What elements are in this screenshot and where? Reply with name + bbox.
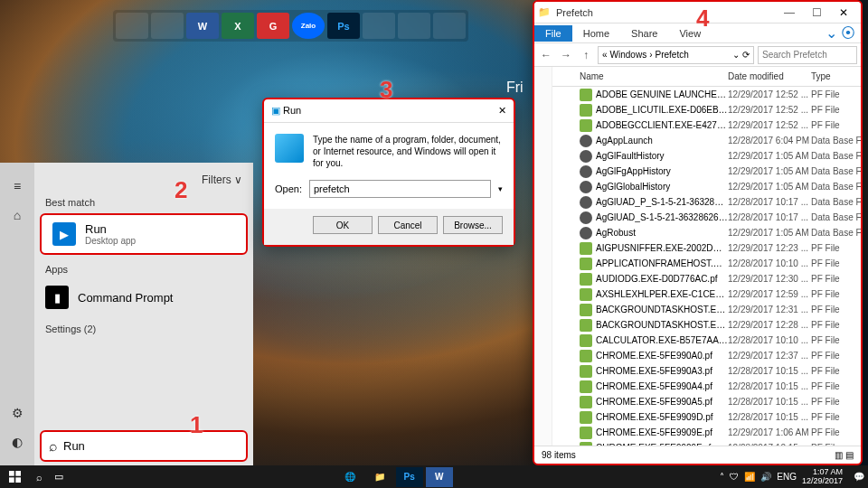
- column-type[interactable]: Type: [811, 71, 861, 81]
- start-button[interactable]: [0, 465, 29, 488]
- menu-share[interactable]: Share: [620, 25, 668, 42]
- file-row[interactable]: ADOBEGCCLIENT.EXE-E427A08F.pf12/29/2017 …: [552, 117, 861, 133]
- file-row[interactable]: AgGlUAD_P_S-1-5-21-3632862602-21303...12…: [552, 194, 861, 210]
- file-row[interactable]: AgGlGlobalHistory12/29/2017 1:05 AMData …: [552, 179, 861, 194]
- svg-rect-3: [15, 477, 21, 483]
- power-icon[interactable]: ◐: [0, 427, 34, 456]
- file-type: PF File: [811, 335, 861, 345]
- file-row[interactable]: AIGPUSNIFFER.EXE-2002DC7D.pf12/29/2017 1…: [552, 240, 861, 256]
- menu-home[interactable]: Home: [572, 25, 620, 42]
- close-icon[interactable]: ✕: [498, 105, 506, 117]
- minimize-icon[interactable]: —: [776, 6, 803, 19]
- file-row[interactable]: AgGlUAD_S-1-5-21-3632862602-213036...12/…: [552, 210, 861, 225]
- file-date: 12/29/2017 1:06 AM: [728, 427, 811, 437]
- gear-icon: [580, 211, 592, 224]
- taskbar-word-icon[interactable]: W: [426, 467, 453, 487]
- explorer-search-input[interactable]: [758, 46, 857, 64]
- browse-button[interactable]: Browse...: [443, 216, 503, 234]
- dock-garena-icon[interactable]: G: [257, 13, 289, 39]
- task-view-icon[interactable]: ▭: [49, 471, 69, 483]
- file-row[interactable]: CHROME.EXE-5FE9909D.pf12/28/2017 10:15 .…: [552, 409, 861, 425]
- file-row[interactable]: AgAppLaunch12/28/2017 6:04 PMData Base F: [552, 133, 861, 148]
- chevron-up-icon[interactable]: ˄: [720, 472, 724, 482]
- ok-button[interactable]: OK: [313, 216, 373, 234]
- file-list[interactable]: ADOBE GENUINE LAUNCHER.EXE-7B318...12/29…: [552, 87, 861, 446]
- menu-file[interactable]: File: [534, 25, 572, 42]
- hamburger-icon[interactable]: ≡: [0, 172, 34, 201]
- cancel-button[interactable]: Cancel: [378, 216, 438, 234]
- file-icon: [580, 104, 592, 117]
- close-icon[interactable]: ✕: [830, 6, 857, 19]
- chevron-down-icon[interactable]: ▾: [498, 184, 503, 193]
- file-date: 12/29/2017 12:31 ...: [728, 305, 811, 314]
- file-row[interactable]: CHROME.EXE-5FE9909E.pf12/29/2017 1:06 AM…: [552, 425, 861, 440]
- file-row[interactable]: AXSHLEXHLPER.EXE-C1CEA67F.pf12/29/2017 1…: [552, 286, 861, 302]
- clock[interactable]: 1:07 AM 12/29/2017: [802, 468, 848, 486]
- file-row[interactable]: CHROME.EXE-5FE990A0.pf12/29/2017 12:37 .…: [552, 348, 861, 363]
- taskbar-search-icon[interactable]: ⌕: [29, 472, 49, 483]
- up-icon[interactable]: ↑: [578, 49, 594, 61]
- result-title: Command Prompt: [78, 291, 173, 305]
- dock-app[interactable]: [433, 13, 466, 39]
- file-name: APPLICATIONFRAMEHOST.EXE-0CF44C...: [596, 258, 728, 268]
- dock-app[interactable]: [116, 13, 148, 39]
- file-row[interactable]: ADOBE GENUINE LAUNCHER.EXE-7B318...12/29…: [552, 87, 861, 102]
- file-row[interactable]: CHROME.EXE-5FE990A3.pf12/28/2017 10:15 .…: [552, 363, 861, 379]
- gear-icon: [580, 181, 592, 193]
- address-bar[interactable]: « Windows› Prefetch ⌄⟳: [598, 46, 754, 64]
- volume-icon[interactable]: 🔊: [760, 472, 771, 482]
- file-icon: [580, 396, 592, 408]
- dock-app[interactable]: [151, 13, 184, 39]
- result-cmd[interactable]: ▮ Command Prompt: [34, 278, 253, 316]
- file-row[interactable]: AUDIODG.EXE-D0D776AC.pf12/29/2017 12:30 …: [552, 271, 861, 286]
- column-date[interactable]: Date modified: [728, 71, 811, 81]
- file-type: PF File: [811, 320, 861, 330]
- file-row[interactable]: CHROME.EXE-5FE990A5.pf12/28/2017 10:15 .…: [552, 394, 861, 409]
- file-row[interactable]: AgGlFaultHistory12/29/2017 1:05 AMData B…: [552, 148, 861, 164]
- back-icon[interactable]: ←: [538, 49, 554, 61]
- file-name: AXSHLEXHLPER.EXE-C1CEA67F.pf: [596, 289, 728, 299]
- file-row[interactable]: BACKGROUNDTASKHOST.EXE-6051D1CF...12/29/…: [552, 302, 861, 317]
- dock-word-icon[interactable]: W: [186, 13, 219, 39]
- run-description: Type the name of a program, folder, docu…: [313, 134, 503, 169]
- dock-excel-icon[interactable]: X: [222, 13, 254, 39]
- file-row[interactable]: CALCULATOR.EXE-B57E7AA9.pf12/28/2017 10:…: [552, 333, 861, 348]
- dock-zalo-icon[interactable]: Zalo: [292, 13, 325, 39]
- refresh-icon[interactable]: ⟳: [742, 50, 750, 60]
- file-row[interactable]: AgRobust12/29/2017 1:05 AMData Base F: [552, 225, 861, 240]
- forward-icon[interactable]: →: [558, 49, 574, 61]
- chevron-down-icon[interactable]: ⌄ ⦿: [826, 24, 861, 42]
- taskbar-app-icon[interactable]: 📁: [366, 467, 393, 487]
- file-row[interactable]: APPLICATIONFRAMEHOST.EXE-0CF44C...12/28/…: [552, 256, 861, 271]
- maximize-icon[interactable]: ☐: [803, 6, 830, 19]
- dock-photoshop-icon[interactable]: Ps: [327, 13, 360, 39]
- file-date: 12/29/2017 12:52 ...: [728, 105, 811, 115]
- filters-dropdown[interactable]: Filters ∨: [202, 174, 242, 186]
- system-tray[interactable]: ˄ 🛡 📶 🔊 ENG 1:07 AM 12/29/2017 💬: [720, 468, 868, 486]
- shield-icon[interactable]: 🛡: [730, 472, 739, 482]
- dock-app[interactable]: [363, 13, 395, 39]
- home-icon[interactable]: ⌂: [0, 201, 34, 230]
- file-date: 12/29/2017 12:30 ...: [728, 274, 811, 284]
- taskbar-app-icon[interactable]: 🌐: [336, 467, 363, 487]
- settings-icon[interactable]: ⚙: [0, 399, 34, 427]
- file-row[interactable]: AgGlFgAppHistory12/29/2017 1:05 AMData B…: [552, 164, 861, 179]
- search-box[interactable]: ⌕: [40, 430, 248, 462]
- explorer-nav-pane[interactable]: [534, 67, 552, 446]
- open-input[interactable]: [309, 180, 491, 198]
- taskbar-ps-icon[interactable]: Ps: [396, 467, 423, 487]
- file-type: PF File: [811, 427, 861, 437]
- result-run[interactable]: ▶ Run Desktop app: [40, 213, 248, 255]
- language-indicator[interactable]: ENG: [777, 472, 797, 482]
- wifi-icon[interactable]: 📶: [744, 472, 755, 482]
- file-row[interactable]: ADOBE_LICUTIL.EXE-D06EBD8C.pf12/29/2017 …: [552, 102, 861, 117]
- settings-label[interactable]: Settings (2): [34, 316, 253, 338]
- notification-icon[interactable]: 💬: [854, 472, 864, 482]
- column-name[interactable]: Name: [580, 71, 728, 81]
- file-type: PF File: [811, 381, 861, 391]
- dock-app[interactable]: [398, 13, 430, 39]
- file-row[interactable]: CHROME.EXE-5FE990A4.pf12/28/2017 10:15 .…: [552, 379, 861, 394]
- search-input[interactable]: [63, 439, 239, 453]
- view-icons[interactable]: ▥ ▤: [835, 450, 854, 460]
- file-row[interactable]: BACKGROUNDTASKHOST.EXE-EA9B761A...12/29/…: [552, 317, 861, 333]
